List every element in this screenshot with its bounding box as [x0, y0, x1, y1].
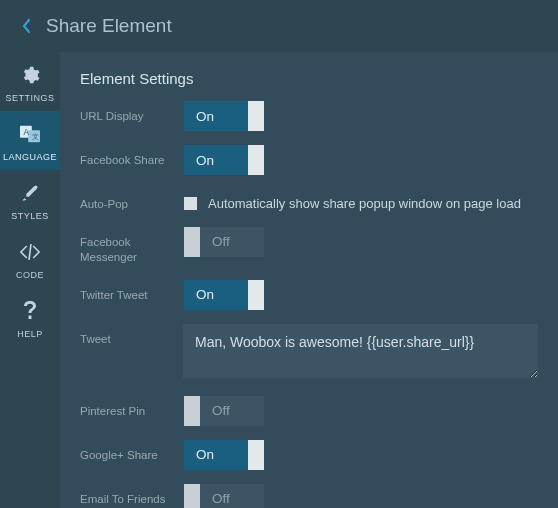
- sidebar-item-language[interactable]: A文 LANGUAGE: [0, 111, 60, 170]
- svg-text:A: A: [24, 128, 30, 137]
- back-button[interactable]: [14, 14, 38, 38]
- toggle-label: On: [184, 287, 248, 302]
- sidebar: SETTINGS A文 LANGUAGE STYLES CODE HELP: [0, 52, 60, 508]
- toggle-knob: [248, 440, 264, 470]
- toggle-label: Off: [200, 403, 264, 418]
- setting-label: URL Display: [80, 101, 184, 125]
- toggle-knob: [184, 227, 200, 257]
- language-icon: A文: [19, 123, 41, 145]
- setting-label: Google+ Share: [80, 440, 184, 464]
- tweet-textarea[interactable]: [183, 324, 538, 378]
- setting-label: Email To Friends: [80, 484, 184, 508]
- facebook-share-toggle[interactable]: On: [184, 145, 264, 175]
- toggle-knob: [184, 484, 200, 508]
- brush-icon: [19, 182, 41, 204]
- code-icon: [19, 241, 41, 263]
- facebook-messenger-toggle[interactable]: Off: [184, 227, 264, 257]
- toggle-knob: [184, 396, 200, 426]
- help-icon: [19, 300, 41, 322]
- svg-text:文: 文: [32, 132, 39, 141]
- toggle-label: On: [184, 109, 248, 124]
- toggle-knob: [248, 280, 264, 310]
- setting-label: Pinterest Pin: [80, 396, 184, 420]
- email-to-friends-toggle[interactable]: Off: [184, 484, 264, 508]
- sidebar-item-code[interactable]: CODE: [0, 229, 60, 288]
- sidebar-item-settings[interactable]: SETTINGS: [0, 52, 60, 111]
- toggle-label: Off: [200, 491, 264, 506]
- sidebar-item-label: LANGUAGE: [3, 152, 57, 162]
- chevron-left-icon: [21, 18, 31, 34]
- google-plus-share-toggle[interactable]: On: [184, 440, 264, 470]
- header: Share Element: [0, 0, 558, 52]
- toggle-knob: [248, 101, 264, 131]
- auto-pop-checkbox[interactable]: [184, 197, 197, 210]
- setting-label: Tweet: [80, 324, 183, 348]
- toggle-knob: [248, 145, 264, 175]
- sidebar-item-help[interactable]: HELP: [0, 288, 60, 347]
- toggle-label: On: [184, 153, 248, 168]
- twitter-tweet-toggle[interactable]: On: [184, 280, 264, 310]
- sidebar-item-label: CODE: [16, 270, 44, 280]
- gear-icon: [19, 64, 41, 86]
- page-title: Share Element: [46, 15, 172, 37]
- sidebar-item-label: HELP: [17, 329, 43, 339]
- setting-label: Auto-Pop: [80, 189, 184, 213]
- toggle-label: Off: [200, 234, 264, 249]
- checkbox-label: Automatically show share popup window on…: [208, 196, 521, 211]
- pinterest-pin-toggle[interactable]: Off: [184, 396, 264, 426]
- sidebar-item-label: SETTINGS: [5, 93, 54, 103]
- sidebar-item-styles[interactable]: STYLES: [0, 170, 60, 229]
- setting-label: Facebook Messenger: [80, 227, 184, 266]
- toggle-label: On: [184, 447, 248, 462]
- setting-label: Twitter Tweet: [80, 280, 184, 304]
- panel-title: Element Settings: [80, 70, 538, 87]
- settings-panel: Element Settings URL Display On Facebook…: [60, 52, 558, 508]
- sidebar-item-label: STYLES: [11, 211, 49, 221]
- setting-label: Facebook Share: [80, 145, 184, 169]
- url-display-toggle[interactable]: On: [184, 101, 264, 131]
